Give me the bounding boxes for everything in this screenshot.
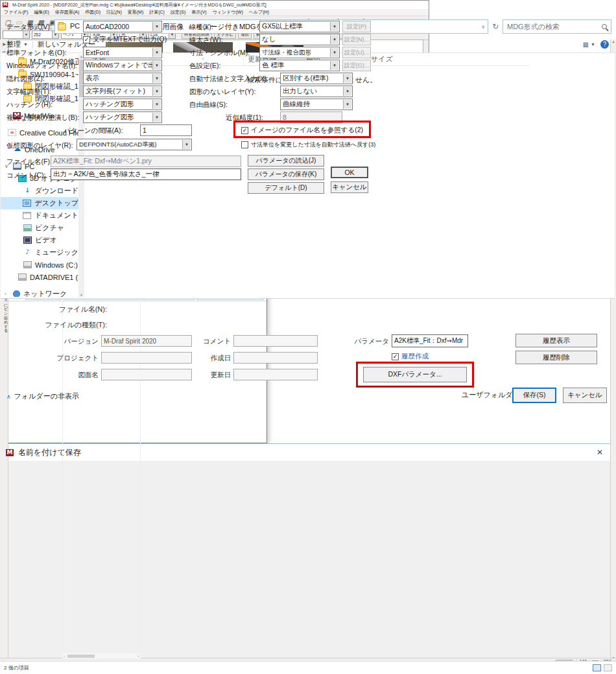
data-format-combo[interactable]: AutoCAD2000▼ (83, 21, 162, 32)
cad-menu-item[interactable]: 依存図形(A) (55, 9, 79, 16)
sidebar-item[interactable]: DATADRIVE1 (D: (1, 271, 78, 283)
sidebar-item[interactable]: ダウンロード (1, 185, 78, 197)
cad-menu-item[interactable]: 編集(E) (34, 9, 49, 16)
chevron-up-icon: ∧ (6, 393, 11, 400)
cad-menu-item[interactable]: ヘルプ(H) (249, 9, 269, 16)
details-view-icon[interactable] (593, 664, 601, 671)
cad-menu-item[interactable]: 変形(M) (128, 9, 144, 16)
linetype-combo[interactable]: GX5以上標準▼ (259, 21, 340, 32)
dim-symbol-combo[interactable]: 寸法線・複合図形▼ (259, 47, 340, 58)
parameter-label: パラメータ (329, 337, 389, 346)
list-horizontal-scrollbar[interactable]: ‹ › (62, 653, 140, 658)
dim-unit-checkbox[interactable]: 寸法単位を変更した寸法を自動寸法値へ戻す(3) (241, 139, 375, 150)
drive-icon (18, 273, 27, 281)
scroll-thumb[interactable] (67, 655, 95, 658)
comment-field (233, 335, 318, 347)
auto-dim-combo[interactable]: 区別する(標準)▼ (280, 73, 353, 84)
help-icon[interactable]: ? (600, 40, 609, 49)
address-dropdown-icon[interactable]: ∨ (481, 24, 485, 30)
search-box[interactable]: MDG形式の検索 (503, 19, 611, 34)
net-icon (13, 290, 20, 297)
hatching-label: ハッチング(H): (6, 100, 53, 110)
char-width-combo[interactable]: 文字列長(フィット)▼ (83, 86, 162, 97)
chevron-down-icon: ▼ (152, 100, 161, 109)
chevron-down-icon: ▼ (182, 140, 191, 149)
param-load-button[interactable]: パラメータの読込(J) (248, 155, 324, 167)
cad-window-title: M-Draf Spirit 2020 - [MDSP2020_浴室Plan.md… (12, 2, 267, 8)
cancel-button[interactable]: キャンセル (563, 388, 607, 403)
chevron-down-icon: ▼ (152, 48, 161, 57)
virtual-layer-label: 仮想図形のレイヤ(R): (6, 141, 73, 150)
scroll-left-icon[interactable]: ‹ (64, 654, 65, 658)
defaults-button[interactable]: デフォルト(D) (248, 182, 324, 194)
sidebar-item[interactable]: ピクチャ (1, 222, 78, 234)
param-save-button[interactable]: パラメータの保存(K) (248, 168, 324, 180)
pattern-gap-label: パターンの間隔(A): (64, 126, 123, 135)
updated-field (233, 369, 318, 380)
dxf-parameter-button[interactable]: DXFパラメータ... (363, 367, 467, 382)
history-create-checkbox[interactable]: ✓ 履歴作成 (392, 352, 429, 361)
hidden-shape-combo[interactable]: 表示▼ (83, 73, 162, 84)
drive-icon (23, 261, 32, 268)
history-show-button[interactable]: 履歴表示 (515, 334, 597, 347)
fill-shape-label: 複雑な形状の塗潰し(B): (6, 113, 79, 122)
large-icons-view-icon[interactable] (604, 664, 612, 671)
std-font-combo[interactable]: ExtFont▼ (83, 47, 162, 58)
cad-menu-item[interactable]: 表示(V) (191, 9, 206, 16)
pattern-gap-field[interactable]: 1 (140, 124, 192, 136)
sidebar-item[interactable]: ミュージック (1, 246, 78, 259)
image-filename-checkbox[interactable]: ✓ イメージのファイル名を参照する(2) (241, 124, 363, 136)
organize-menu[interactable]: 整理▼ (6, 40, 28, 49)
scroll-down-icon[interactable]: ∨ (78, 292, 84, 297)
chevron-down-icon: ▼ (152, 61, 161, 70)
sidebar-item[interactable]: デスクトップ (1, 197, 78, 209)
win-font-label: Windowsフォント名(I): (6, 62, 77, 71)
cad-menu-item[interactable]: 作図(D) (85, 9, 101, 16)
lineweight-combo[interactable]: なし▼ (259, 34, 340, 45)
fill-shape-combo[interactable]: ハッチング図形▼ (83, 111, 162, 123)
param-comment-label: コメント(C): (6, 171, 45, 180)
parameter-field: A2K標準_Fit：Dxf⇒Mdr (392, 334, 468, 347)
cad-titlebar: M-Draf Spirit 2020 - [MDSP2020_浴室Plan.md… (1, 1, 429, 9)
sidebar-item[interactable]: › ネットワーク (1, 288, 78, 297)
filetype-label: ファイルの種類(T): (0, 320, 107, 330)
cc-icon (8, 129, 16, 136)
color-settings-button: 設定(G)... (342, 60, 371, 71)
scroll-right-icon[interactable]: › (137, 654, 139, 658)
param-comment-field[interactable]: 出力＝A2K/色_色番号/線太さ_一律 (51, 168, 241, 180)
ok-button[interactable]: OK (331, 167, 368, 178)
virtual-layer-combo[interactable]: DEFPOINTS(AutoCAD準拠)▼ (77, 139, 192, 150)
chevron-down-icon: ▼ (330, 61, 338, 70)
param-cancel-button[interactable]: キャンセル (331, 181, 368, 193)
sidebar-item[interactable]: ドキュメント (1, 209, 78, 222)
param-file-label: ファイル名(F): (6, 157, 52, 167)
checkbox-checked-icon: ✓ (241, 127, 248, 134)
sidebar-item[interactable]: ビデオ (1, 234, 78, 246)
cad-menu-item[interactable]: ファイル(F) (4, 9, 29, 16)
chevron-down-icon: ▼ (343, 100, 351, 109)
cad-menu-item[interactable]: 設定(S) (171, 9, 185, 16)
created-field (233, 352, 318, 364)
dl-icon (23, 187, 32, 194)
view-toggle-icon[interactable]: ▦▼ (583, 41, 595, 48)
filename-label: ファイル名(N): (0, 305, 107, 314)
hatching-combo[interactable]: ハッチング図形▼ (83, 99, 162, 110)
freeform-combo[interactable]: 曲線維持▼ (280, 99, 353, 110)
lineweight-label: 線太さ(W): (189, 36, 223, 45)
refresh-icon[interactable]: ↻ (490, 22, 501, 31)
win-font-combo[interactable]: Windowsフォントで出力▼ (83, 60, 162, 71)
color-setting-combo[interactable]: 色 標準▼ (259, 60, 340, 71)
cad-menu-item[interactable]: 注記(N) (106, 9, 122, 16)
hide-folders-button[interactable]: ∧ フォルダーの非表示 (6, 391, 79, 401)
mtext-checkbox[interactable]: ✓文字をMTEXTで出力(Q) (83, 34, 167, 45)
folder-icon (58, 23, 66, 30)
empty-layer-label: 図形のないレイヤ(Y): (189, 87, 255, 97)
cad-menu-item[interactable]: 計算(C) (149, 9, 165, 16)
empty-layer-combo[interactable]: 出力しない▼ (280, 86, 353, 97)
cad-menu-item[interactable]: ウィンドウ(W) (213, 9, 243, 16)
hidden-shape-label: 隠れ図形(Z): (6, 75, 45, 84)
history-delete-button[interactable]: 履歴削除 (515, 351, 597, 364)
sidebar-item[interactable]: Windows (C:) (1, 259, 78, 271)
save-button[interactable]: 保存(S) (512, 388, 556, 403)
column-size[interactable]: サイズ (367, 53, 419, 65)
